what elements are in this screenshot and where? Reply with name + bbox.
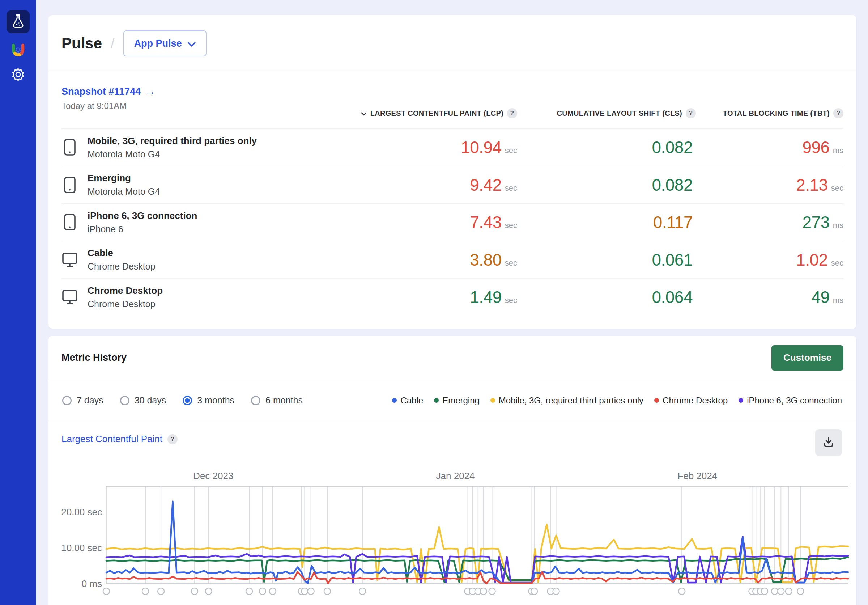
lcp-value: 1.49sec <box>322 287 517 307</box>
profile-name: Cable <box>88 248 155 259</box>
annotation-marker-icon[interactable] <box>531 588 538 594</box>
help-icon[interactable]: ? <box>686 108 696 118</box>
help-icon[interactable]: ? <box>833 108 843 118</box>
cls-value: 0.082 <box>517 175 696 195</box>
snapshot-table-head: Snapshot #11744 → Today at 9:01AM LARGES… <box>48 72 856 129</box>
legend-item-cable[interactable]: Cable <box>392 396 423 406</box>
annotation-marker-icon[interactable] <box>778 588 784 594</box>
help-icon[interactable]: ? <box>167 434 178 444</box>
cls-value: 0.061 <box>517 250 696 270</box>
device-icon <box>62 252 78 268</box>
legend-item-iphone-6-3g-connection[interactable]: iPhone 6, 3G connection <box>739 396 842 406</box>
x-axis-month-label: Feb 2024 <box>677 470 717 481</box>
annotation-marker-icon[interactable] <box>308 588 314 594</box>
sort-chevron-icon <box>361 109 367 118</box>
project-selector-button[interactable]: App Pulse <box>123 30 206 56</box>
snapshot-link[interactable]: Snapshot #11744 → <box>62 86 322 97</box>
annotation-marker-icon[interactable] <box>753 588 759 594</box>
cls-value: 0.117 <box>517 213 696 232</box>
series-line-cable <box>106 501 848 584</box>
flask-icon <box>10 13 26 30</box>
legend-dot-icon <box>654 398 659 403</box>
annotation-marker-icon[interactable] <box>270 588 276 594</box>
table-row-5: Chrome Desktop Chrome Desktop 1.49sec 0.… <box>62 278 843 316</box>
profile-name: Chrome Desktop <box>88 285 163 296</box>
page-title: Pulse <box>62 35 102 52</box>
radio-icon <box>251 396 260 405</box>
lcp-value: 3.80sec <box>322 250 517 270</box>
annotation-marker-icon[interactable] <box>470 588 476 594</box>
metric-history-header: Metric History Customise <box>48 336 856 380</box>
annotation-marker-icon[interactable] <box>786 588 792 594</box>
annotation-marker-icon[interactable] <box>259 588 266 594</box>
annotation-marker-icon[interactable] <box>301 588 308 594</box>
column-header-label: CUMULATIVE LAYOUT SHIFT (CLS) <box>557 109 682 118</box>
lcp-value: 7.43sec <box>322 213 517 232</box>
annotation-marker-icon[interactable] <box>757 588 764 594</box>
annotation-marker-icon[interactable] <box>553 588 560 594</box>
chart-title-row: Largest Contentful Paint ? <box>62 433 178 445</box>
annotation-marker-icon[interactable] <box>359 588 366 594</box>
annotation-marker-icon[interactable] <box>246 588 253 594</box>
profile-cell: iPhone 6, 3G connection iPhone 6 <box>62 210 322 234</box>
annotation-marker-icon[interactable] <box>475 588 481 594</box>
radio-icon <box>62 396 71 405</box>
profile-device: Chrome Desktop <box>88 261 155 272</box>
y-axis-tick-label: 0 ms <box>82 578 102 589</box>
column-header-tbt[interactable]: TOTAL BLOCKING TIME (TBT) ? <box>696 108 843 129</box>
annotation-marker-icon[interactable] <box>797 588 804 594</box>
annotation-marker-icon[interactable] <box>324 588 330 594</box>
annotation-marker-icon[interactable] <box>480 588 487 594</box>
annotation-marker-icon[interactable] <box>761 588 768 594</box>
sidebar-item-site[interactable] <box>9 42 27 59</box>
sidebar-item-settings[interactable] <box>9 66 28 85</box>
annotation-marker-icon[interactable] <box>772 588 778 594</box>
annotation-marker-icon[interactable] <box>191 588 198 594</box>
customise-button[interactable]: Customise <box>772 345 843 371</box>
column-header-lcp[interactable]: LARGEST CONTENTFUL PAINT (LCP) ? <box>322 108 517 129</box>
device-icon <box>62 213 78 231</box>
profile-device: Motorola Moto G4 <box>88 149 257 160</box>
snapshot-link-label: Snapshot #11744 <box>62 86 141 97</box>
download-chart-button[interactable] <box>815 429 842 456</box>
time-range-group: 7 days 30 days 3 months 6 months <box>62 395 303 406</box>
mobile-phone-icon <box>63 176 76 194</box>
annotation-marker-icon[interactable] <box>142 588 149 594</box>
profile-rows: Mobile, 3G, required third parties only … <box>48 129 856 316</box>
annotation-marker-icon[interactable] <box>489 588 496 594</box>
time-range-30-days[interactable]: 30 days <box>120 395 166 406</box>
profile-device: iPhone 6 <box>88 224 197 234</box>
tbt-value: 273ms <box>696 213 843 232</box>
legend-item-chrome-desktop[interactable]: Chrome Desktop <box>654 396 728 406</box>
annotation-marker-icon[interactable] <box>158 588 164 594</box>
device-icon <box>62 176 78 194</box>
sidebar <box>0 0 36 605</box>
legend-item-emerging[interactable]: Emerging <box>434 396 480 406</box>
legend-item-mobile-3g-required-third-parties-only[interactable]: Mobile, 3G, required third parties only <box>490 396 643 406</box>
annotation-marker-icon[interactable] <box>749 588 755 594</box>
table-row-1: Mobile, 3G, required third parties only … <box>62 129 843 166</box>
time-range-6-months[interactable]: 6 months <box>251 395 303 406</box>
tbt-value: 2.13sec <box>696 175 843 195</box>
legend-dot-icon <box>434 398 439 403</box>
annotation-marker-icon[interactable] <box>679 588 685 594</box>
gear-icon <box>10 67 26 84</box>
snapshot-timestamp: Today at 9:01AM <box>62 101 322 111</box>
column-header-label: LARGEST CONTENTFUL PAINT (LCP) <box>370 109 504 118</box>
annotation-marker-icon[interactable] <box>298 588 305 594</box>
time-range-3-months[interactable]: 3 months <box>183 395 234 406</box>
annotation-marker-icon[interactable] <box>547 588 554 594</box>
chevron-down-icon <box>188 38 196 49</box>
help-icon[interactable]: ? <box>507 108 517 118</box>
lcp-value: 9.42sec <box>322 175 517 195</box>
annotation-marker-icon[interactable] <box>205 588 212 594</box>
column-header-cls[interactable]: CUMULATIVE LAYOUT SHIFT (CLS) ? <box>517 108 696 129</box>
annotation-marker-icon[interactable] <box>103 588 110 594</box>
cls-value: 0.082 <box>517 138 696 157</box>
annotation-marker-icon[interactable] <box>529 588 535 594</box>
sidebar-item-pulse[interactable] <box>6 10 29 33</box>
annotation-marker-icon[interactable] <box>465 588 471 594</box>
time-range-7-days[interactable]: 7 days <box>62 395 104 406</box>
chart-title-link[interactable]: Largest Contentful Paint <box>62 433 163 445</box>
metric-history-title: Metric History <box>62 352 127 363</box>
